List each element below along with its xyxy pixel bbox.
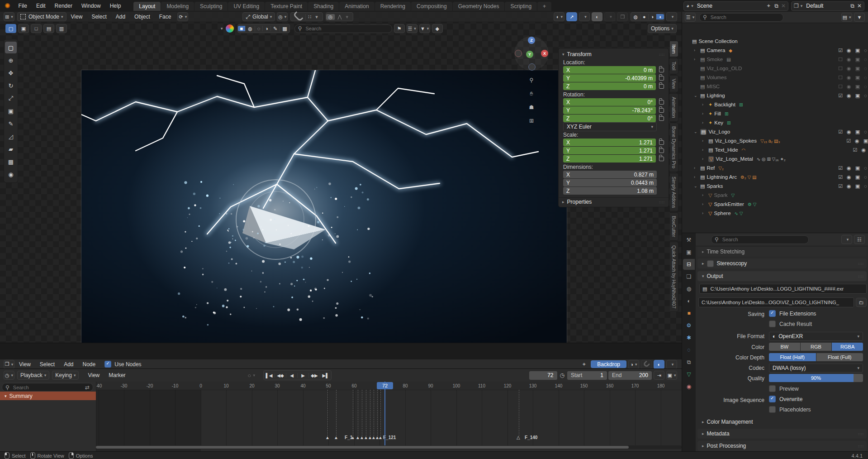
collapse-icon[interactable]: ▾ [221, 26, 223, 31]
options-button[interactable]: Options▾ [648, 24, 677, 33]
compositor-editor[interactable]: ❐▾ ViewSelectAddNode Use Nodes ✦ Backdro… [0, 343, 682, 369]
outliner-filter-icon[interactable]: ▼ [854, 13, 865, 22]
codec-dropdown[interactable]: DWAA (lossy)▾ [769, 363, 863, 373]
location-row[interactable]: Z0 m [563, 82, 664, 90]
panel-post-processing[interactable]: ▸Post Processing:::: [697, 441, 867, 451]
workspace-tab[interactable]: Animation [339, 2, 374, 11]
placeholders-row[interactable]: Placeholders [769, 406, 811, 413]
tool-search-input[interactable] [304, 25, 388, 32]
axis-z-positive[interactable]: Z [528, 37, 535, 44]
file-extensions-row[interactable]: File Extensions [769, 310, 816, 317]
outliner-row[interactable]: › ▤ Lightning Arc ⚙₂ ▽ ▤ ☑ ◉ ▣ ◌ ↗ [682, 172, 868, 182]
next-keyframe-icon[interactable]: ◆▶ [309, 373, 320, 378]
sidebar-tab[interactable]: Quick Attach by HuyNhoi2407 [670, 242, 678, 312]
outliner-display-icon[interactable]: ▤▾ [841, 13, 852, 22]
dimension-row[interactable]: X0.827 m [563, 171, 664, 178]
workspace-tab[interactable]: Geometry Nodes [453, 2, 505, 11]
new-layer-icon[interactable]: ⧉ [850, 3, 854, 9]
workspace-tab[interactable]: Texture Paint [265, 2, 308, 11]
sidebar-tab[interactable]: Item [670, 41, 678, 57]
outliner-row[interactable]: › ✦ Backlight ⊞ ◉ ▣ [682, 100, 868, 109]
viewport-menu-item[interactable]: Add [111, 14, 130, 20]
viewlayer-selector[interactable]: ❐▾ Default ⧉ ✕ [791, 1, 864, 11]
panel-metadata[interactable]: ▸Metadata:::: [697, 429, 867, 439]
scrollbar-thumb[interactable] [96, 446, 629, 449]
operator-repeat-icon[interactable]: ⟳▾ [177, 12, 188, 21]
tool-extra-1[interactable]: ▩ [5, 156, 17, 167]
timeline-ruler-area[interactable]: -40 -30 -20 -10 0 10 20 30 40 [0, 382, 682, 452]
lock-icon[interactable] [659, 84, 664, 89]
shading-dropdown-icon[interactable]: ▾ [666, 12, 677, 21]
shading-rendered-icon[interactable]: ◖ [656, 14, 664, 19]
properties-tab[interactable]: ■ [683, 308, 695, 319]
viewport-menu-item[interactable]: Face [155, 14, 176, 20]
pan-hand-icon[interactable]: ✋︎ [526, 89, 536, 99]
tool-add-cube[interactable]: ▰ [5, 143, 17, 155]
proportional-edit-icon[interactable]: ◎ [326, 14, 336, 20]
channel-filter-icon[interactable]: ⇄ [85, 384, 90, 391]
properties-tab[interactable]: ◍ [683, 283, 695, 294]
blender-logo-icon[interactable]: ✺ [5, 2, 10, 10]
rotation-row[interactable]: Y-78.243° [563, 106, 664, 114]
lock-icon[interactable] [659, 140, 664, 145]
outliner-row[interactable]: › ✦ Fill ⊞ ◉ ▣ [682, 109, 868, 118]
addon-brush-icon[interactable]: ✎ [271, 26, 280, 32]
current-frame-field[interactable]: 72 [529, 371, 557, 380]
outliner-row[interactable]: › ▽ SparkEmitter ⚙ ▽ ◉ ▣ [682, 200, 868, 209]
sidebar-tab[interactable]: Bone Dynamics Pro [670, 123, 678, 172]
shading-wireframe-icon[interactable]: ◍ [631, 14, 640, 20]
outliner-row[interactable]: ▤ Volumes ☐ ◉ ▣ ◌ ↗ [682, 73, 868, 82]
properties-subpanel[interactable]: ▸ Properties :::: [559, 197, 669, 206]
workspace-tab[interactable]: Compositing [411, 2, 452, 11]
lock-icon[interactable] [659, 76, 664, 81]
workspace-tab[interactable]: Layout [133, 2, 161, 11]
scale-row[interactable]: Y1.271 [563, 147, 664, 154]
play-icon[interactable]: ▶ [298, 373, 309, 378]
color-bw-button[interactable]: BW [769, 343, 800, 351]
viewlayer-name[interactable]: Default [806, 3, 823, 9]
summary-channel[interactable]: ▾ Summary [0, 392, 96, 400]
tool-transform[interactable]: ▣ [5, 105, 17, 117]
panel-color-management[interactable]: ▸Color Management [697, 417, 867, 427]
tool-move[interactable]: ✥ [5, 67, 17, 79]
output-path-field[interactable]: C:\Users\Anthony Le\Deskto...OGO\VIZ_LOG… [698, 297, 854, 307]
dimension-row[interactable]: Y0.0443 m [563, 179, 664, 186]
file-format-dropdown[interactable]: ◐ OpenEXR▾ [769, 332, 863, 341]
sidebar-tab[interactable]: Simply Addons [670, 173, 678, 211]
outliner-row[interactable]: › ✦ Key ⊞ ◉ ▣ [682, 118, 868, 127]
tool-rotate[interactable]: ↻ [5, 80, 17, 91]
channel-search-input[interactable] [12, 384, 83, 391]
use-preview-range-icon[interactable]: ◷ [560, 372, 564, 378]
tool-extra-2[interactable]: ◉ [5, 168, 17, 180]
backdrop-channels-icon[interactable]: ◑▾ [628, 360, 639, 369]
folder-icon[interactable]: 🗀︎ [856, 298, 867, 307]
pin-icon[interactable]: ✦ [582, 361, 586, 368]
jump-to-keyframe-icon[interactable]: ⇥ [654, 371, 664, 380]
timeline[interactable]: ◷▾ Playback▾ Keying▾ View Marker ○ ▾ ▌◀ … [0, 368, 682, 452]
properties-tab[interactable]: ⚒ [683, 234, 695, 245]
new-scene-icon[interactable]: ⧉ [774, 3, 778, 9]
pivot-point-icon[interactable]: ◎▾ [277, 12, 288, 21]
properties-tab[interactable]: ▣ [683, 247, 695, 258]
workspace-tab[interactable]: UV Editing [228, 2, 265, 11]
workspace-tab[interactable]: Scripting [505, 2, 537, 11]
panel-grip[interactable]: :::: [659, 53, 665, 57]
outliner-row[interactable]: › ▤ Ref ▽₂ ☑ ◉ ▣ ◌ ↗ [682, 163, 868, 172]
tool-annotate[interactable]: ✎ [5, 118, 17, 129]
outliner-row[interactable]: › ▽ Viz_Logo_Metal ∿ ◎ ⊞ ▽₁₆ ✦₂ ◉ ▣ [682, 154, 868, 163]
editor-type-icon[interactable]: ◷▾ [4, 371, 14, 380]
axis-x-positive[interactable]: X [541, 50, 548, 57]
workspace-tab[interactable]: Modeling [161, 2, 194, 11]
rotation-row[interactable]: Z0° [563, 115, 664, 122]
panel-grip[interactable]: :::: [659, 200, 665, 204]
outliner-row[interactable]: › ▽ Spark ▽ ∨ ⊠ [682, 191, 868, 200]
transform-panel-header[interactable]: ▾ Transform :::: [559, 50, 669, 58]
properties-dropdown-icon[interactable]: ▾ [841, 235, 852, 244]
addon-sphere3-icon[interactable]: ◑ [263, 26, 271, 31]
viewport-3d[interactable]: ⊞▾ Object Mode▾ ViewSelectAddObjectFace … [0, 12, 682, 343]
timeline-scrollbar[interactable] [96, 445, 682, 449]
output-note-path[interactable]: ▤ C:\Users\Anthony Le\Deskto...LOGO_LIGH… [699, 284, 867, 294]
viewport-menu-item[interactable]: Object [130, 14, 155, 20]
overlays-toggle-icon[interactable]: ◐ [592, 12, 602, 21]
editor-type-icon[interactable]: ❐▾ [4, 360, 14, 369]
